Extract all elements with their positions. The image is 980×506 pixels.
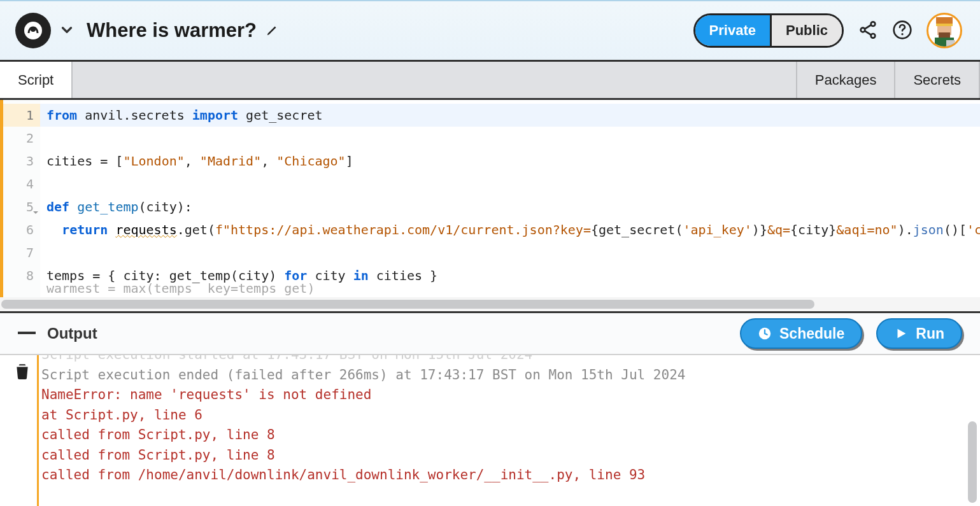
editor-horizontal-scrollbar[interactable]: [0, 297, 980, 311]
run-button-label: Run: [916, 325, 944, 342]
line-number: 6: [3, 218, 40, 241]
help-icon[interactable]: [892, 20, 913, 42]
code-line[interactable]: [40, 241, 980, 264]
editor-horizontal-scrollbar-thumb[interactable]: [1, 300, 814, 309]
app-menu-chevron[interactable]: [59, 22, 75, 40]
line-number-gutter: 12345678: [3, 100, 40, 297]
svg-rect-11: [939, 32, 950, 38]
output-vertical-scrollbar[interactable]: [966, 356, 979, 505]
code-line-overflow: warmest = max(temps key=temps get): [40, 287, 980, 297]
svg-point-7: [901, 33, 903, 35]
output-line: Script execution started at 17:43:17 BST…: [41, 355, 685, 365]
svg-rect-14: [18, 332, 36, 334]
line-number: 1: [3, 104, 40, 127]
svg-point-2: [31, 27, 36, 32]
visibility-private[interactable]: Private: [695, 15, 770, 46]
tab-packages[interactable]: Packages: [797, 62, 896, 98]
tab-script[interactable]: Script: [0, 62, 73, 98]
svg-rect-13: [946, 40, 955, 46]
share-icon[interactable]: [858, 20, 878, 42]
line-number: 2: [3, 127, 40, 150]
output-lines: Script execution started at 17:43:17 BST…: [37, 355, 685, 506]
tab-secrets[interactable]: Secrets: [895, 62, 980, 98]
code-line[interactable]: cities = ["London", "Madrid", "Chicago"]: [40, 150, 980, 172]
output-vertical-scrollbar-thumb[interactable]: [968, 421, 977, 503]
line-number: 7: [3, 241, 40, 264]
output-panel: Script execution started at 17:43:17 BST…: [0, 355, 980, 506]
line-number: 5: [3, 195, 40, 218]
visibility-toggle[interactable]: Private Public: [693, 13, 844, 48]
avatar[interactable]: [927, 13, 962, 48]
schedule-button-label: Schedule: [779, 325, 844, 342]
app-title: Where is warmer?: [87, 19, 257, 42]
output-line: Script execution ended (failed after 266…: [41, 365, 685, 386]
code-line[interactable]: return requests.get(f"https://api.weathe…: [40, 218, 980, 241]
run-button[interactable]: Run: [876, 318, 962, 349]
code-line[interactable]: [40, 172, 980, 195]
output-label: Output: [47, 325, 97, 342]
line-number: 8: [3, 264, 40, 287]
clear-output-icon[interactable]: [15, 363, 29, 381]
edit-title-icon[interactable]: [266, 23, 280, 39]
output-header: Output Schedule Run: [0, 313, 980, 355]
output-line: called from /home/anvil/downlink/anvil_d…: [41, 465, 685, 486]
app-logo[interactable]: [15, 13, 51, 48]
tab-bar: Script Packages Secrets: [0, 62, 980, 100]
svg-rect-9: [936, 24, 953, 26]
output-line: called from Script.py, line 8: [41, 425, 685, 446]
code-line[interactable]: def get_temp(city):: [40, 195, 980, 218]
collapse-output-icon[interactable]: [18, 327, 36, 341]
line-number: 3: [3, 150, 40, 172]
line-number: 4: [3, 172, 40, 195]
code-area[interactable]: from anvil.secrets import get_secretciti…: [40, 100, 980, 297]
app-header: Where is warmer? Private Public: [0, 1, 980, 62]
output-line: at Script.py, line 6: [41, 405, 685, 426]
code-line[interactable]: [40, 127, 980, 150]
code-line[interactable]: from anvil.secrets import get_secret: [40, 104, 980, 127]
output-line: called from Script.py, line 8: [41, 446, 685, 466]
code-editor[interactable]: 12345678 from anvil.secrets import get_s…: [0, 100, 980, 297]
schedule-button[interactable]: Schedule: [740, 318, 862, 349]
visibility-public[interactable]: Public: [770, 15, 842, 46]
output-line: NameError: name 'requests' is not define…: [41, 385, 685, 405]
